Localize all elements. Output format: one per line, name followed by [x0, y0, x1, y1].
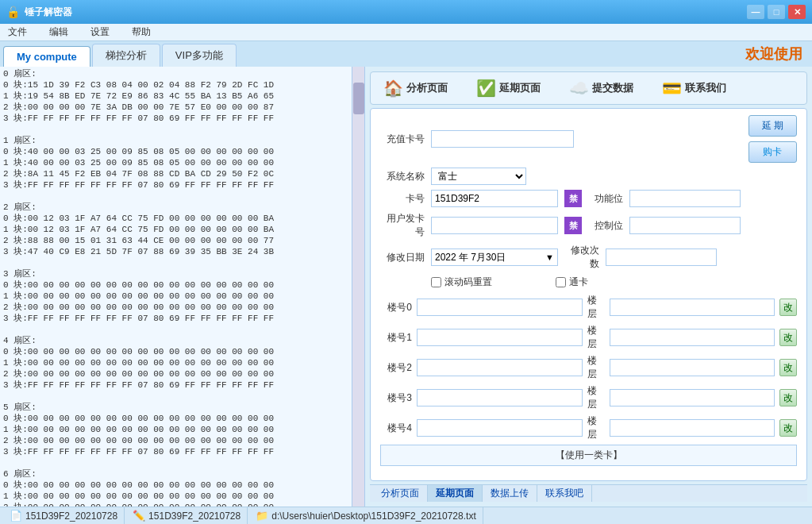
layer-label-3: 楼层 — [587, 384, 605, 411]
floor-input-2[interactable] — [417, 359, 583, 376]
app-icon: 🔓 — [6, 6, 20, 18]
change-btn-1[interactable]: 改 — [779, 329, 797, 346]
card-no-copy-button[interactable]: 禁 — [564, 190, 582, 207]
right-panel: 🏠 分析页面 ✅ 延期页面 ☁️ 提交数据 💳 联系我们 充值卡号 — [365, 67, 812, 507]
floor-label-1: 楼号1 — [380, 331, 412, 345]
bottom-tab-upload[interactable]: 数据上传 — [483, 485, 537, 502]
floor-label-4: 楼号4 — [380, 422, 412, 435]
system-name-row: 系统名称 富士 — [380, 168, 797, 185]
bottom-tabs: 分析页面 延期页面 数据上传 联系我吧 — [370, 484, 807, 502]
tab-ladder[interactable]: 梯控分析 — [92, 44, 160, 67]
minimize-button[interactable]: — — [747, 5, 764, 19]
bottom-tab-analysis[interactable]: 分析页面 — [373, 485, 428, 502]
hex-display: 0 扇区: 0 块:15 1D 39 F2 C3 08 04 00 02 04 … — [0, 67, 352, 507]
nav-analysis[interactable]: 🏠 分析页面 — [377, 75, 454, 101]
floor-row-4: 楼号4 楼层 改 — [380, 414, 797, 441]
lazy-reset-label: 滚动码重置 — [431, 275, 492, 289]
contact-icon: 💳 — [662, 79, 682, 98]
tab-bar: My compute 梯控分析 VIP多功能 欢迎使用 — [0, 41, 812, 67]
user-card-input[interactable] — [431, 217, 558, 234]
menu-item-file[interactable]: 文件 — [3, 24, 32, 40]
file-icon-0: 📄 — [10, 510, 22, 522]
user-card-label: 用户发卡号 — [380, 212, 425, 239]
layer-input-4[interactable] — [610, 419, 775, 437]
recharge-card-input[interactable] — [431, 130, 574, 148]
main-content: 0 扇区: 0 块:15 1D 39 F2 C3 08 04 00 02 04 … — [0, 67, 812, 507]
status-bar: 📄 151D39F2_20210728 ✏️ 151D39F2_20210728… — [0, 507, 812, 524]
close-button[interactable]: ✕ — [788, 5, 806, 19]
change-btn-2[interactable]: 改 — [779, 359, 797, 376]
nav-contact[interactable]: 💳 联系我们 — [656, 75, 733, 101]
change-btn-0[interactable]: 改 — [779, 299, 797, 316]
system-name-select[interactable]: 富士 — [431, 168, 526, 185]
window-controls: — □ ✕ — [747, 5, 806, 19]
nav-contact-label: 联系我们 — [685, 81, 726, 95]
status-item-2: 📁 d:\Users\huier\Desktop\151D39F2_202107… — [249, 507, 483, 524]
floor-label-2: 楼号2 — [380, 361, 412, 375]
nav-upload-label: 提交数据 — [592, 81, 633, 95]
modify-date-value: 2022 年 7月30日 — [435, 251, 545, 264]
scrollbar-thumb[interactable] — [353, 83, 364, 114]
layer-label-4: 楼层 — [587, 414, 605, 441]
bottom-tab-contact[interactable]: 联系我吧 — [537, 485, 592, 502]
floor-row-0: 楼号0 楼层 改 — [380, 294, 797, 321]
menu-item-help[interactable]: 帮助 — [127, 24, 156, 40]
floor-row-3: 楼号3 楼层 改 — [380, 384, 797, 411]
floor-row-2: 楼号2 楼层 改 — [380, 354, 797, 381]
card-no-input[interactable] — [431, 190, 558, 207]
nav-upload[interactable]: ☁️ 提交数据 — [563, 75, 640, 101]
user-card-copy-button[interactable]: 禁 — [564, 217, 582, 234]
welcome-text: 欢迎使用 — [745, 44, 802, 67]
delay-button[interactable]: 延 期 — [749, 115, 797, 137]
func-pos-label: 功能位 — [588, 192, 623, 206]
layer-label-1: 楼层 — [587, 324, 605, 351]
modify-count-label: 修改次数 — [564, 244, 599, 271]
change-btn-3[interactable]: 改 — [779, 389, 797, 406]
hex-panel: 0 扇区: 0 块:15 1D 39 F2 C3 08 04 00 02 04 … — [0, 67, 365, 507]
form-panel: 充值卡号 延 期 购卡 系统名称 富士 卡号 禁 功能位 — [370, 108, 807, 481]
home-icon: 🏠 — [383, 79, 403, 98]
floor-input-3[interactable] — [417, 389, 583, 406]
status-text-1: 151D39F2_20210728 — [148, 511, 241, 522]
layer-input-2[interactable] — [610, 359, 775, 376]
floor-label-0: 楼号0 — [380, 301, 412, 314]
menu-item-settings[interactable]: 设置 — [86, 24, 114, 40]
lazy-reset-checkbox[interactable] — [431, 277, 441, 287]
nav-delay[interactable]: ✅ 延期页面 — [470, 75, 547, 101]
func-pos-input[interactable] — [629, 190, 741, 207]
bottom-tab-delay[interactable]: 延期页面 — [428, 485, 483, 502]
menu-item-edit[interactable]: 编辑 — [44, 24, 73, 40]
status-item-1: ✏️ 151D39F2_20210728 — [126, 507, 248, 524]
layer-input-3[interactable] — [610, 389, 775, 406]
ctrl-pos-input[interactable] — [629, 217, 741, 234]
floor-input-4[interactable] — [417, 419, 583, 437]
floor-input-1[interactable] — [417, 329, 583, 346]
ton-card-label: 通卡 — [556, 275, 588, 289]
modify-date-label: 修改日期 — [380, 251, 425, 264]
card-no-row: 卡号 禁 功能位 — [380, 190, 797, 207]
menu-bar: 文件 编辑 设置 帮助 — [0, 24, 812, 41]
layer-input-1[interactable] — [610, 329, 775, 346]
floor-input-0[interactable] — [417, 299, 583, 316]
status-item-0: 📄 151D39F2_20210728 — [3, 507, 125, 524]
buy-card-button[interactable]: 购卡 — [749, 141, 797, 163]
layer-input-0[interactable] — [610, 299, 775, 316]
tab-vip[interactable]: VIP多功能 — [162, 44, 237, 67]
card-no-label: 卡号 — [380, 192, 425, 206]
system-name-label: 系统名称 — [380, 170, 425, 183]
floor-row-1: 楼号1 楼层 改 — [380, 324, 797, 351]
change-btn-4[interactable]: 改 — [779, 419, 797, 437]
tab-my-compute[interactable]: My compute — [3, 46, 90, 67]
edit-icon: ✏️ — [133, 510, 145, 522]
maximize-button[interactable]: □ — [768, 5, 785, 19]
folder-icon: 📁 — [256, 510, 268, 522]
nav-analysis-label: 分析页面 — [406, 81, 448, 95]
upload-icon: ☁️ — [569, 79, 589, 98]
scrollbar[interactable] — [352, 67, 364, 507]
ton-card-checkbox[interactable] — [556, 277, 566, 287]
modify-count-input[interactable] — [606, 249, 717, 266]
calendar-icon[interactable]: ▼ — [545, 252, 554, 262]
layer-label-2: 楼层 — [587, 354, 605, 381]
action-buttons: 延 期 购卡 — [749, 115, 797, 163]
floor-label-3: 楼号3 — [380, 391, 412, 405]
